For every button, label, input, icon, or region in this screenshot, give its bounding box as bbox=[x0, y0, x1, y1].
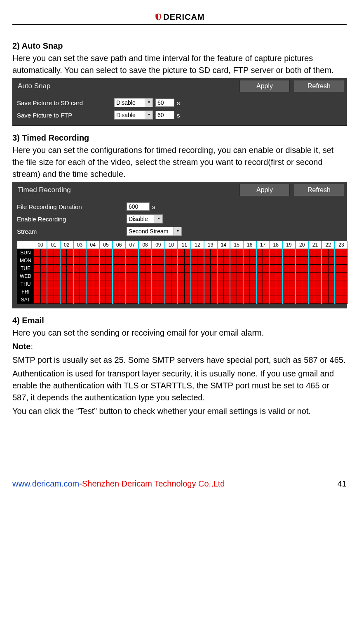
schedule-cell[interactable] bbox=[93, 288, 99, 296]
schedule-cell[interactable] bbox=[250, 288, 256, 296]
schedule-cell[interactable] bbox=[60, 296, 67, 304]
schedule-cell[interactable] bbox=[171, 273, 178, 280]
schedule-cell[interactable] bbox=[178, 280, 184, 288]
schedule-cell[interactable] bbox=[230, 249, 237, 257]
schedule-cell[interactable] bbox=[250, 280, 256, 288]
refresh-button[interactable]: Refresh bbox=[294, 80, 344, 92]
schedule-cell[interactable] bbox=[243, 249, 250, 257]
schedule-cell[interactable] bbox=[34, 296, 41, 304]
schedule-cell[interactable] bbox=[263, 257, 270, 265]
schedule-cell[interactable] bbox=[250, 296, 256, 304]
schedule-cell[interactable] bbox=[158, 273, 165, 280]
schedule-cell[interactable] bbox=[113, 257, 119, 265]
schedule-cell[interactable] bbox=[152, 265, 158, 273]
schedule-cell[interactable] bbox=[80, 280, 87, 288]
schedule-cell[interactable] bbox=[223, 288, 230, 296]
schedule-cell[interactable] bbox=[296, 273, 302, 280]
schedule-cell[interactable] bbox=[138, 249, 145, 257]
schedule-cell[interactable] bbox=[315, 265, 321, 273]
schedule-cell[interactable] bbox=[335, 296, 341, 304]
schedule-cell[interactable] bbox=[230, 257, 237, 265]
schedule-cell[interactable] bbox=[296, 296, 302, 304]
schedule-cell[interactable] bbox=[145, 265, 152, 273]
schedule-cell[interactable] bbox=[80, 273, 87, 280]
schedule-cell[interactable] bbox=[132, 249, 138, 257]
schedule-cell[interactable] bbox=[152, 296, 158, 304]
schedule-cell[interactable] bbox=[86, 273, 93, 280]
schedule-cell[interactable] bbox=[217, 296, 224, 304]
schedule-cell[interactable] bbox=[165, 296, 171, 304]
schedule-cell[interactable] bbox=[165, 280, 171, 288]
schedule-cell[interactable] bbox=[178, 257, 184, 265]
schedule-cell[interactable] bbox=[138, 280, 145, 288]
schedule-cell[interactable] bbox=[197, 273, 204, 280]
schedule-cell[interactable] bbox=[256, 249, 263, 257]
schedule-cell[interactable] bbox=[86, 280, 93, 288]
schedule-cell[interactable] bbox=[184, 249, 191, 257]
schedule-cell[interactable] bbox=[204, 249, 211, 257]
schedule-cell[interactable] bbox=[73, 265, 80, 273]
schedule-cell[interactable] bbox=[289, 265, 296, 273]
schedule-cell[interactable] bbox=[341, 288, 348, 296]
schedule-cell[interactable] bbox=[93, 280, 99, 288]
schedule-cell[interactable] bbox=[315, 273, 321, 280]
schedule-cell[interactable] bbox=[276, 257, 282, 265]
schedule-cell[interactable] bbox=[191, 257, 197, 265]
schedule-cell[interactable] bbox=[80, 257, 87, 265]
schedule-cell[interactable] bbox=[40, 288, 47, 296]
schedule-cell[interactable] bbox=[237, 280, 243, 288]
schedule-cell[interactable] bbox=[211, 273, 217, 280]
schedule-cell[interactable] bbox=[99, 257, 106, 265]
schedule-cell[interactable] bbox=[276, 288, 282, 296]
schedule-cell[interactable] bbox=[86, 249, 93, 257]
apply-button[interactable]: Apply bbox=[239, 184, 290, 196]
schedule-cell[interactable] bbox=[152, 280, 158, 288]
schedule-cell[interactable] bbox=[113, 273, 119, 280]
schedule-cell[interactable] bbox=[204, 273, 211, 280]
schedule-cell[interactable] bbox=[269, 273, 276, 280]
schedule-cell[interactable] bbox=[315, 249, 321, 257]
schedule-cell[interactable] bbox=[197, 249, 204, 257]
refresh-button[interactable]: Refresh bbox=[294, 184, 344, 196]
schedule-cell[interactable] bbox=[132, 296, 138, 304]
schedule-cell[interactable] bbox=[40, 257, 47, 265]
schedule-cell[interactable] bbox=[243, 265, 250, 273]
schedule-cell[interactable] bbox=[106, 273, 113, 280]
timed-stream-select[interactable]: Second Stream ▾ bbox=[127, 227, 182, 236]
schedule-cell[interactable] bbox=[328, 257, 335, 265]
schedule-cell[interactable] bbox=[40, 273, 47, 280]
schedule-cell[interactable] bbox=[93, 265, 99, 273]
timed-duration-input[interactable] bbox=[127, 202, 150, 211]
schedule-cell[interactable] bbox=[335, 257, 341, 265]
schedule-cell[interactable] bbox=[321, 257, 328, 265]
schedule-cell[interactable] bbox=[184, 280, 191, 288]
schedule-cell[interactable] bbox=[256, 273, 263, 280]
schedule-cell[interactable] bbox=[315, 280, 321, 288]
schedule-cell[interactable] bbox=[250, 257, 256, 265]
schedule-cell[interactable] bbox=[119, 288, 126, 296]
timed-enable-select[interactable]: Disable ▾ bbox=[127, 214, 163, 223]
schedule-cell[interactable] bbox=[158, 257, 165, 265]
schedule-cell[interactable] bbox=[335, 249, 341, 257]
schedule-cell[interactable] bbox=[73, 249, 80, 257]
schedule-cell[interactable] bbox=[184, 273, 191, 280]
schedule-cell[interactable] bbox=[113, 265, 119, 273]
schedule-cell[interactable] bbox=[47, 257, 54, 265]
schedule-cell[interactable] bbox=[145, 280, 152, 288]
schedule-cell[interactable] bbox=[321, 280, 328, 288]
schedule-cell[interactable] bbox=[171, 265, 178, 273]
schedule-cell[interactable] bbox=[67, 249, 73, 257]
schedule-grid[interactable]: 0001020304050607080910111213141516171819… bbox=[17, 241, 348, 304]
schedule-cell[interactable] bbox=[54, 265, 60, 273]
schedule-cell[interactable] bbox=[54, 288, 60, 296]
schedule-cell[interactable] bbox=[132, 257, 138, 265]
schedule-cell[interactable] bbox=[34, 257, 41, 265]
schedule-cell[interactable] bbox=[60, 288, 67, 296]
schedule-cell[interactable] bbox=[282, 280, 289, 288]
schedule-cell[interactable] bbox=[113, 288, 119, 296]
schedule-cell[interactable] bbox=[138, 288, 145, 296]
schedule-cell[interactable] bbox=[243, 280, 250, 288]
schedule-cell[interactable] bbox=[73, 296, 80, 304]
schedule-cell[interactable] bbox=[328, 273, 335, 280]
schedule-cell[interactable] bbox=[47, 288, 54, 296]
